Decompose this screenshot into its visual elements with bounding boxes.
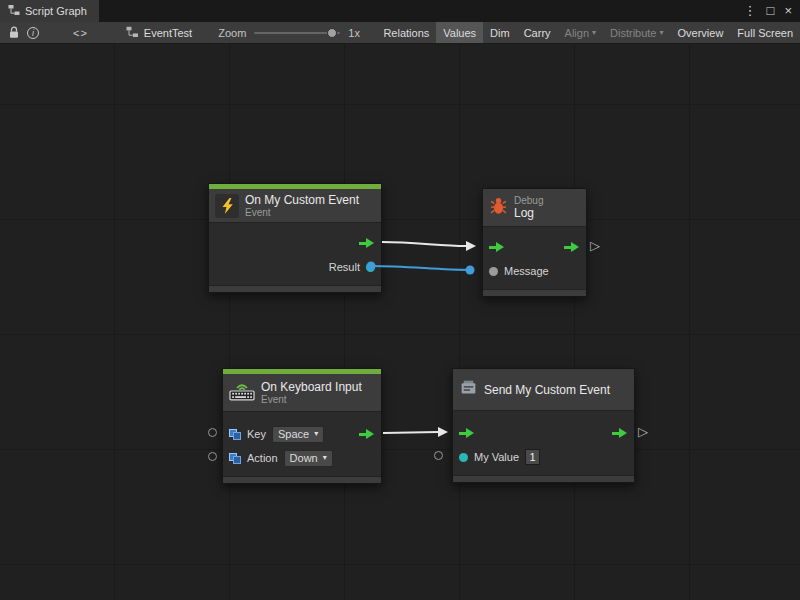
message-value-port[interactable] <box>489 267 498 276</box>
custom-event-icon <box>459 378 478 401</box>
flow-row <box>453 421 634 445</box>
chevron-down-icon: ▾ <box>592 29 596 37</box>
relations-button[interactable]: Relations <box>376 22 436 43</box>
graph-canvas[interactable] <box>0 44 800 600</box>
chevron-down-icon: ▾ <box>314 430 318 438</box>
node-title: Send My Custom Event <box>484 383 610 397</box>
graph-name: EventTest <box>144 27 192 39</box>
code-view-icon[interactable]: <> <box>69 27 92 39</box>
key-external-port[interactable] <box>208 428 217 437</box>
my-value-row: My Value <box>453 445 634 469</box>
overview-button[interactable]: Overview <box>671 22 731 43</box>
flow-continue-triangle[interactable]: ▷ <box>638 424 648 440</box>
graph-breadcrumb-icon <box>126 26 139 40</box>
node-subtitle: Event <box>245 207 359 218</box>
chevron-down-icon: ▾ <box>323 454 327 462</box>
message-port-label: Message <box>504 265 549 277</box>
window-controls: ⋮ □ × <box>744 0 800 22</box>
node-header[interactable]: Debug Log <box>483 189 586 227</box>
chevron-down-icon: ▾ <box>660 29 664 37</box>
flow-input-port[interactable] <box>489 242 505 253</box>
node-footer <box>209 285 381 292</box>
node-footer <box>453 475 634 482</box>
distribute-button[interactable]: Distribute ▾ <box>603 22 670 43</box>
tab-title: Script Graph <box>25 5 87 17</box>
node-title: Log <box>514 206 543 220</box>
flow-output-port[interactable] <box>359 429 375 440</box>
message-row: Message <box>483 259 586 283</box>
node-header[interactable]: Send My Custom Event <box>453 369 634 411</box>
node-header[interactable]: On Keyboard Input Event <box>223 374 381 412</box>
flow-continue-triangle[interactable]: ▷ <box>590 238 600 254</box>
menu-kebab-icon[interactable]: ⋮ <box>744 0 757 22</box>
close-icon[interactable]: × <box>784 0 792 22</box>
my-value-input[interactable] <box>525 449 540 465</box>
script-graph-tab-icon <box>8 4 20 18</box>
zoom-control: Zoom 1x <box>218 27 360 39</box>
flow-row <box>483 235 586 259</box>
align-button[interactable]: Align ▾ <box>558 22 603 43</box>
lightning-icon <box>215 194 239 218</box>
graph-breadcrumb[interactable]: EventTest <box>126 26 192 40</box>
node-title: On Keyboard Input <box>261 380 362 394</box>
node-class-label: Debug <box>514 195 543 206</box>
toolbar-buttons: Relations Values Dim Carry Align ▾ Distr… <box>376 22 800 43</box>
flow-input-port[interactable] <box>459 428 475 439</box>
info-icon[interactable]: i <box>23 27 43 39</box>
flow-output-port[interactable] <box>564 242 580 253</box>
node-footer <box>223 476 381 483</box>
values-button[interactable]: Values <box>436 22 483 43</box>
bug-icon <box>489 196 508 219</box>
node-title: On My Custom Event <box>245 193 359 207</box>
tab-script-graph[interactable]: Script Graph <box>0 0 99 22</box>
fullscreen-button[interactable]: Full Screen <box>730 22 800 43</box>
key-row: Key Space ▾ <box>223 422 381 446</box>
enum-type-icon <box>229 452 241 464</box>
flow-output-port[interactable] <box>612 428 628 439</box>
zoom-slider-knob[interactable] <box>327 28 337 38</box>
action-row: Action Down ▾ <box>223 446 381 470</box>
action-external-port[interactable] <box>208 452 217 461</box>
maximize-icon[interactable]: □ <box>767 0 775 22</box>
window-tab-bar: Script Graph ⋮ □ × <box>0 0 800 22</box>
node-header[interactable]: On My Custom Event Event <box>209 189 381 223</box>
result-port-label: Result <box>329 261 360 273</box>
my-value-port[interactable] <box>459 453 468 462</box>
dim-button[interactable]: Dim <box>483 22 517 43</box>
enum-type-icon <box>229 428 241 440</box>
keyboard-icon <box>229 380 255 405</box>
flow-output-row <box>209 231 381 255</box>
flow-output-port[interactable] <box>359 238 375 249</box>
my-value-external-port[interactable] <box>434 451 443 460</box>
lock-icon[interactable] <box>5 26 23 39</box>
node-on-keyboard-input[interactable]: On Keyboard Input Event Key Space ▾ Acti… <box>222 368 382 484</box>
my-value-port-label: My Value <box>474 451 519 463</box>
node-on-my-custom-event[interactable]: On My Custom Event Event Result <box>208 183 382 293</box>
zoom-label: Zoom <box>218 27 246 39</box>
node-send-my-custom-event[interactable]: Send My Custom Event My Value <box>452 368 635 483</box>
zoom-slider[interactable] <box>254 32 340 34</box>
result-row: Result <box>209 255 381 279</box>
result-value-port[interactable] <box>366 263 375 272</box>
key-dropdown[interactable]: Space ▾ <box>272 426 324 443</box>
carry-button[interactable]: Carry <box>517 22 558 43</box>
node-debug-log[interactable]: Debug Log Message <box>482 188 587 297</box>
action-dropdown[interactable]: Down ▾ <box>284 450 333 467</box>
zoom-value: 1x <box>348 27 360 39</box>
graph-toolbar: i <> EventTest Zoom 1x Relations Values … <box>0 22 800 44</box>
node-footer <box>483 289 586 296</box>
key-port-label: Key <box>247 428 266 440</box>
node-subtitle: Event <box>261 394 362 405</box>
action-port-label: Action <box>247 452 278 464</box>
